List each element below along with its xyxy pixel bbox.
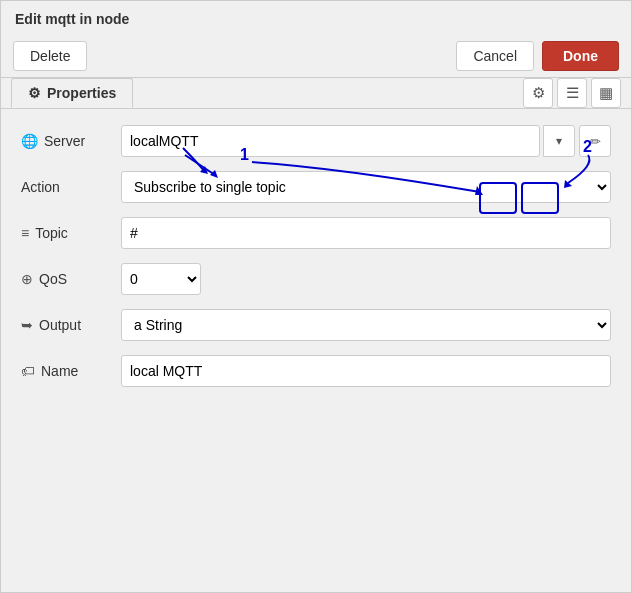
delete-button[interactable]: Delete — [13, 41, 87, 71]
topic-lines-icon: ≡ — [21, 225, 29, 241]
qos-label-text: QoS — [39, 271, 67, 287]
description-icon-button[interactable]: ☰ — [557, 78, 587, 108]
edit-pencil-icon: ✏ — [590, 134, 601, 149]
name-control — [121, 355, 611, 387]
gear-tab-icon: ⚙ — [532, 84, 545, 102]
server-input[interactable] — [121, 125, 540, 157]
qos-select[interactable]: 0 1 2 — [121, 263, 201, 295]
qos-label: ⊕ QoS — [21, 271, 121, 287]
name-label-text: Name — [41, 363, 78, 379]
action-label-text: Action — [21, 179, 60, 195]
tab-properties-label: Properties — [47, 85, 116, 101]
server-dropdown-button[interactable]: ▾ — [543, 125, 575, 157]
dialog-title: Edit mqtt in node — [1, 1, 631, 35]
done-button[interactable]: Done — [542, 41, 619, 71]
output-label: ➥ Output — [21, 317, 121, 333]
server-edit-button[interactable]: ✏ — [579, 125, 611, 157]
topic-control — [121, 217, 611, 249]
action-label: Action — [21, 179, 121, 195]
output-arrow-icon: ➥ — [21, 317, 33, 333]
toolbar-right: Cancel Done — [456, 41, 619, 71]
action-select[interactable]: Subscribe to single topic Subscribe to m… — [121, 171, 611, 203]
dropdown-chevron-icon: ▾ — [556, 134, 562, 148]
name-input[interactable] — [121, 355, 611, 387]
properties-gear-icon: ⚙ — [28, 85, 41, 101]
output-select[interactable]: a String a Buffer a parsed JSON object — [121, 309, 611, 341]
name-row: 🏷 Name — [21, 355, 611, 387]
topic-label: ≡ Topic — [21, 225, 121, 241]
properties-icon-button[interactable]: ⚙ — [523, 78, 553, 108]
topic-row: ≡ Topic — [21, 217, 611, 249]
name-label: 🏷 Name — [21, 363, 121, 379]
server-label: 🌐 Server — [21, 133, 121, 149]
qos-row: ⊕ QoS 0 1 2 — [21, 263, 611, 295]
tab-properties[interactable]: ⚙ Properties — [11, 78, 133, 108]
topic-label-text: Topic — [35, 225, 68, 241]
qos-circle-icon: ⊕ — [21, 271, 33, 287]
server-control: ▾ ✏ — [121, 125, 611, 157]
action-row: Action Subscribe to single topic Subscri… — [21, 171, 611, 203]
server-label-text: Server — [44, 133, 85, 149]
output-row: ➥ Output a String a Buffer a parsed JSON… — [21, 309, 611, 341]
server-globe-icon: 🌐 — [21, 133, 38, 149]
name-tag-icon: 🏷 — [21, 363, 35, 379]
output-label-text: Output — [39, 317, 81, 333]
list-tab-icon: ☰ — [566, 84, 579, 102]
tab-bar: ⚙ Properties ⚙ ☰ ▦ — [1, 78, 631, 109]
properties-body: 🌐 Server ▾ ✏ Action — [1, 109, 631, 417]
appearance-icon-button[interactable]: ▦ — [591, 78, 621, 108]
action-control: Subscribe to single topic Subscribe to m… — [121, 171, 611, 203]
qos-control: 0 1 2 — [121, 263, 611, 295]
toolbar: Delete Cancel Done — [1, 35, 631, 78]
server-row: 🌐 Server ▾ ✏ — [21, 125, 611, 157]
output-control: a String a Buffer a parsed JSON object — [121, 309, 611, 341]
tab-icons: ⚙ ☰ ▦ — [523, 78, 621, 108]
cancel-button[interactable]: Cancel — [456, 41, 534, 71]
grid-tab-icon: ▦ — [599, 84, 613, 102]
topic-input[interactable] — [121, 217, 611, 249]
